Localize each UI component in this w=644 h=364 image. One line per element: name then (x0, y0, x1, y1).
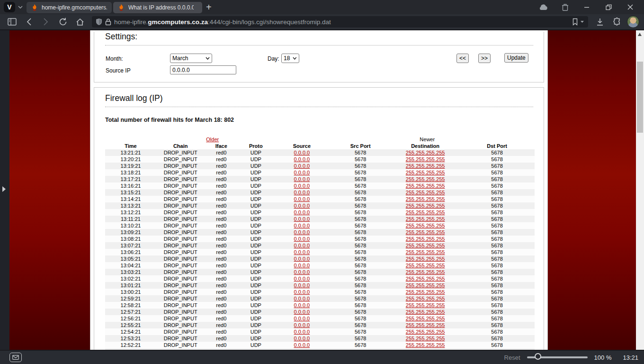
source-ip-link[interactable]: 0.0.0.0 (294, 282, 310, 288)
source-ip-link[interactable]: 0.0.0.0 (294, 289, 310, 295)
destination-ip-link[interactable]: 255.255.255.255 (406, 229, 445, 235)
destination-ip-link[interactable]: 255.255.255.255 (406, 150, 445, 155)
destination-ip-link[interactable]: 255.255.255.255 (406, 296, 445, 301)
source-ip-link[interactable]: 0.0.0.0 (294, 256, 310, 262)
source-ip-link[interactable]: 0.0.0.0 (294, 243, 310, 248)
source-ip-link[interactable]: 0.0.0.0 (294, 203, 310, 209)
destination-ip-link[interactable]: 255.255.255.255 (406, 243, 445, 248)
source-ip-link[interactable]: 0.0.0.0 (294, 269, 310, 275)
destination-ip-link[interactable]: 255.255.255.255 (406, 336, 445, 341)
source-ip-link[interactable]: 0.0.0.0 (294, 342, 310, 348)
url-text[interactable]: home-ipfire.gmcomputers.co.za:444/cgi-bi… (114, 18, 331, 26)
close-button[interactable] (619, 0, 641, 14)
tab-firewall-log[interactable]: home-ipfire.gmcomputers.c (27, 2, 112, 13)
destination-ip-link[interactable]: 255.255.255.255 (406, 176, 445, 182)
side-panel-toggle-icon[interactable] (5, 16, 19, 28)
month-select[interactable]: March (170, 54, 212, 63)
source-ip-link[interactable]: 0.0.0.0 (294, 336, 310, 341)
source-ip-link[interactable]: 0.0.0.0 (294, 309, 310, 315)
newer-day-button[interactable]: >> (478, 54, 491, 63)
new-tab-button[interactable]: + (206, 2, 212, 12)
destination-ip-link[interactable]: 255.255.255.255 (406, 322, 445, 328)
tab-what-is-ip[interactable]: What is IP address 0.0.0.0 - S (113, 2, 202, 13)
destination-ip-link[interactable]: 255.255.255.255 (406, 276, 445, 282)
forward-button[interactable] (39, 16, 53, 28)
destination-ip-link[interactable]: 255.255.255.255 (406, 203, 445, 209)
sync-cloud-icon[interactable] (532, 0, 554, 14)
source-ip-link[interactable]: 0.0.0.0 (294, 329, 310, 335)
source-ip-link[interactable]: 0.0.0.0 (294, 150, 310, 155)
cell-chain: DROP_INPUT (156, 302, 205, 309)
source-ip-link[interactable]: 0.0.0.0 (294, 276, 310, 282)
vivaldi-menu-button[interactable]: V (4, 2, 15, 12)
destination-ip-link[interactable]: 255.255.255.255 (406, 156, 445, 162)
source-ip-link[interactable]: 0.0.0.0 (294, 296, 310, 301)
older-day-button[interactable]: << (456, 54, 469, 63)
chevron-down-icon[interactable] (580, 20, 584, 23)
source-ip-input[interactable] (170, 65, 236, 74)
source-ip-link[interactable]: 0.0.0.0 (294, 216, 310, 222)
destination-ip-link[interactable]: 255.255.255.255 (406, 289, 445, 295)
source-ip-link[interactable]: 0.0.0.0 (294, 316, 310, 321)
zoom-reset-button[interactable]: Reset (504, 354, 520, 361)
destination-ip-link[interactable]: 255.255.255.255 (406, 209, 445, 215)
profile-avatar[interactable] (627, 16, 639, 28)
source-ip-link[interactable]: 0.0.0.0 (294, 163, 310, 169)
older-link[interactable]: Older (206, 136, 219, 142)
destination-ip-link[interactable]: 255.255.255.255 (406, 316, 445, 321)
destination-ip-link[interactable]: 255.255.255.255 (406, 269, 445, 275)
destination-ip-link[interactable]: 255.255.255.255 (406, 282, 445, 288)
source-ip-link[interactable]: 0.0.0.0 (294, 229, 310, 235)
source-ip-link[interactable]: 0.0.0.0 (294, 322, 310, 328)
zoom-slider-knob[interactable] (535, 353, 541, 360)
trash-icon[interactable] (554, 0, 576, 14)
chevron-down-icon[interactable] (18, 6, 23, 9)
destination-ip-link[interactable]: 255.255.255.255 (406, 236, 445, 242)
destination-ip-link[interactable]: 255.255.255.255 (406, 190, 445, 195)
destination-ip-link[interactable]: 255.255.255.255 (406, 163, 445, 169)
source-ip-link[interactable]: 0.0.0.0 (294, 170, 310, 175)
home-button[interactable] (73, 16, 87, 28)
source-ip-link[interactable]: 0.0.0.0 (294, 236, 310, 242)
destination-ip-link[interactable]: 255.255.255.255 (406, 342, 445, 348)
maximize-button[interactable] (598, 0, 619, 14)
source-ip-link[interactable]: 0.0.0.0 (294, 183, 310, 189)
lock-icon[interactable] (105, 18, 111, 26)
back-button[interactable] (22, 16, 36, 28)
destination-ip-link[interactable]: 255.255.255.255 (406, 302, 445, 308)
destination-ip-link[interactable]: 255.255.255.255 (406, 309, 445, 315)
mail-panel-button[interactable] (9, 353, 22, 362)
source-ip-link[interactable]: 0.0.0.0 (294, 223, 310, 228)
zoom-slider[interactable] (527, 356, 588, 358)
update-button[interactable]: Update (504, 53, 528, 63)
panel-expand-arrow-icon[interactable] (2, 186, 6, 192)
source-ip-link[interactable]: 0.0.0.0 (294, 263, 310, 268)
source-ip-link[interactable]: 0.0.0.0 (294, 209, 310, 215)
source-ip-link[interactable]: 0.0.0.0 (294, 176, 310, 182)
minimize-button[interactable] (576, 0, 598, 14)
source-ip-link[interactable]: 0.0.0.0 (294, 156, 310, 162)
destination-ip-link[interactable]: 255.255.255.255 (406, 183, 445, 189)
destination-ip-link[interactable]: 255.255.255.255 (406, 223, 445, 228)
source-ip-link[interactable]: 0.0.0.0 (294, 302, 310, 308)
source-ip-link[interactable]: 0.0.0.0 (294, 190, 310, 195)
address-bar[interactable]: home-ipfire.gmcomputers.co.za:444/cgi-bi… (92, 16, 588, 27)
destination-ip-link[interactable]: 255.255.255.255 (406, 249, 445, 255)
destination-ip-link[interactable]: 255.255.255.255 (406, 196, 445, 202)
destination-ip-link[interactable]: 255.255.255.255 (406, 329, 445, 335)
source-ip-link[interactable]: 0.0.0.0 (294, 196, 310, 202)
reload-button[interactable] (56, 16, 70, 28)
source-ip-link[interactable]: 0.0.0.0 (294, 249, 310, 255)
tracker-shield-icon[interactable] (96, 18, 102, 26)
destination-ip-link[interactable]: 255.255.255.255 (406, 170, 445, 175)
destination-ip-link[interactable]: 255.255.255.255 (406, 256, 445, 262)
vertical-scrollbar[interactable] (636, 30, 644, 350)
destination-ip-link[interactable]: 255.255.255.255 (406, 263, 445, 268)
extensions-puzzle-icon[interactable] (610, 16, 624, 28)
scrollbar-up-arrow-icon[interactable] (638, 33, 642, 36)
bookmark-flag-icon[interactable] (572, 18, 578, 26)
day-select[interactable]: 18 (281, 54, 299, 63)
downloads-button[interactable] (593, 16, 607, 28)
scrollbar-thumb[interactable] (637, 62, 643, 133)
destination-ip-link[interactable]: 255.255.255.255 (406, 216, 445, 222)
